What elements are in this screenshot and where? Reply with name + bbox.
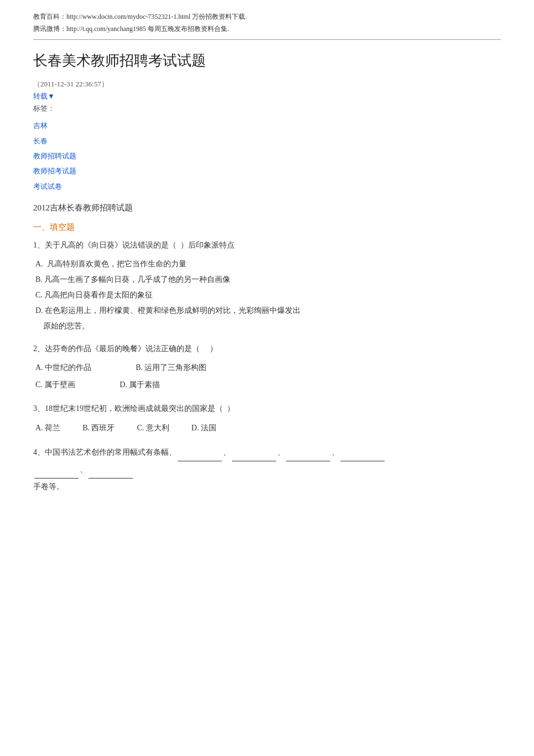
q2-optA: A. 中世纪的作品 <box>35 359 91 377</box>
question-4: 4、中国书法艺术创作的常用幅式有条幅、、、、、手卷等。 <box>33 444 501 495</box>
q2-optB: B. 运用了三角形构图 <box>136 359 206 377</box>
q1-optD: D. 在色彩运用上，用柠檬黄、橙黄和绿色形成鲜明的对比，光彩绚丽中爆发出 原始的… <box>35 303 501 334</box>
section1-heading: 一、填空题 <box>33 222 501 233</box>
question-3: 3、18世纪末19世纪初，欧洲绘画成就最突出的国家是（ ） A. 荷兰 B. 西… <box>33 402 501 436</box>
q2-text: 2、达芬奇的作品《最后的晚餐》说法正确的是（ ） <box>33 342 501 357</box>
q3-text: 3、18世纪末19世纪初，欧洲绘画成就最突出的国家是（ ） <box>33 402 501 416</box>
q3-optA: A. 荷兰 <box>35 420 60 437</box>
page-wrapper: 教育百科：http://www.docin.com/mydoc-7352321-… <box>0 0 534 526</box>
q1-optA: A. 凡高特别喜欢黄色，把它当作生命的力量 <box>35 256 501 272</box>
q4-blank1 <box>178 461 222 461</box>
q4-blank4 <box>340 461 385 461</box>
q3-optD: D. 法国 <box>191 420 216 437</box>
tag-changchun[interactable]: 长春 <box>33 135 501 147</box>
q4-blank5 <box>34 478 79 479</box>
repost-button[interactable]: 转载▼ <box>33 91 55 101</box>
question-2: 2、达芬奇的作品《最后的晚餐》说法正确的是（ ） A. 中世纪的作品 B. 运用… <box>33 342 501 394</box>
tag-teacher-exam[interactable]: 教师招考试题 <box>33 164 501 177</box>
q4-blank3 <box>286 461 330 461</box>
q3-optC: C. 意大利 <box>137 420 169 437</box>
page-title: 长春美术教师招聘考试试题 <box>33 51 501 70</box>
tag-teacher-recruit[interactable]: 教师招聘试题 <box>33 150 501 162</box>
q2-optC: C. 属于壁画 <box>35 377 75 394</box>
q2-optD: D. 属于素描 <box>120 377 160 394</box>
tags-label: 标签： <box>33 104 501 114</box>
q1-optC: C. 凡高把向日葵看作是太阳的象征 <box>35 287 501 303</box>
meta-date: （2011-12-31 22:36:57） <box>33 79 501 89</box>
q1-text: 1、关于凡高的《向日葵》说法错误的是（ ）后印象派特点 <box>33 238 501 253</box>
q1-optB: B. 凡高一生画了多幅向日葵，几乎成了他的另一种自画像 <box>35 272 501 287</box>
tag-jilin[interactable]: 吉林 <box>33 119 501 132</box>
section-intro: 2012吉林长春教师招聘试题 <box>33 203 501 213</box>
q4-blank6 <box>89 478 133 479</box>
q4-text: 4、中国书法艺术创作的常用幅式有条幅、、、、、手卷等。 <box>33 444 501 495</box>
q4-blank2 <box>232 461 276 461</box>
q3-optB: B. 西班牙 <box>82 420 115 437</box>
topbar-line2: 腾讯微博：http://t.qq.com/yanchang1985 每周五晚发布… <box>33 23 501 35</box>
topbar-line1: 教育百科：http://www.docin.com/mydoc-7352321-… <box>33 11 501 23</box>
tag-exam-paper[interactable]: 考试试卷 <box>33 180 501 193</box>
top-bar: 教育百科：http://www.docin.com/mydoc-7352321-… <box>33 11 501 40</box>
question-1: 1、关于凡高的《向日葵》说法错误的是（ ）后印象派特点 A. 凡高特别喜欢黄色，… <box>33 238 501 334</box>
